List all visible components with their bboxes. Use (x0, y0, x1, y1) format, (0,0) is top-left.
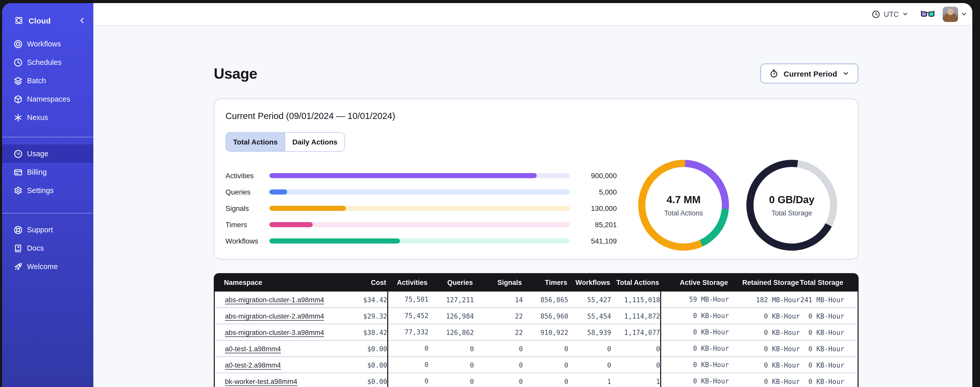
sidebar-brand-cloud[interactable]: Cloud (2, 9, 93, 32)
table-header-row: Namespace Cost Activities Queries Signal… (214, 273, 859, 291)
queries-cell: 0 (428, 377, 474, 385)
workflows-icon (13, 39, 23, 49)
cost-cell: $0.00 (322, 377, 387, 385)
sidebar-item-label: Usage (27, 150, 48, 158)
timers-cell: 856,960 (523, 312, 568, 320)
bar-queries (269, 189, 570, 195)
sidebar-item-label: Docs (27, 244, 44, 252)
cost-cell: $34.42 (322, 296, 387, 304)
retained-storage-cell: 0 KB-Hour (729, 377, 800, 385)
sidebar-item-label: Support (27, 225, 53, 234)
table-row: a0-test-2.a98mm4 $0.00 0 0 0 0 0 0 0 KB-… (214, 357, 859, 373)
bar-label-signals: Signals (226, 204, 269, 213)
sidebar-item-namespaces[interactable]: Namespaces (2, 90, 93, 108)
col-timers: Timers (522, 278, 567, 286)
total-actions-cell: 1,174,077 (611, 329, 660, 336)
glasses-toggle[interactable] (921, 10, 935, 18)
sidebar-item-label: Welcome (27, 262, 58, 270)
queries-cell: 127,211 (428, 296, 474, 304)
sidebar-item-welcome[interactable]: Welcome (2, 257, 93, 276)
main-content: Usage Current Period Current Period (09/… (93, 26, 972, 387)
sidebar-divider (2, 137, 93, 138)
bar-label-timers: Timers (226, 221, 269, 229)
current-period-card: Current Period (09/01/2024 — 10/01/2024)… (214, 99, 859, 259)
avatar (943, 6, 958, 22)
sidebar-item-nexus[interactable]: Nexus (2, 108, 93, 126)
chevron-down-icon (902, 11, 908, 18)
tab-total-actions[interactable]: Total Actions (226, 133, 285, 151)
billing-card-icon (13, 167, 23, 177)
sidebar-item-settings[interactable]: Settings (2, 181, 93, 200)
sidebar-item-billing[interactable]: Billing (2, 163, 93, 181)
bar-label-activities: Activities (226, 171, 269, 180)
namespace-link[interactable]: abs-migration-cluster-2.a98mm4 (225, 312, 324, 320)
app-window: Cloud Workflows Schedules (2, 3, 972, 387)
donut-label: Total Storage (772, 209, 812, 217)
total-actions-cell: 0 (611, 361, 660, 369)
namespace-link[interactable]: abs-migration-cluster-3.a98mm4 (225, 329, 324, 336)
col-activities: Activities (386, 278, 428, 286)
col-total-storage: Total Storage (799, 278, 859, 286)
signals-cell: 22 (474, 312, 523, 320)
batch-layers-icon (13, 76, 23, 86)
actions-tabs: Total Actions Daily Actions (226, 132, 345, 152)
activities-cell: 75,452 (387, 308, 428, 324)
period-selector-button[interactable]: Current Period (760, 63, 859, 84)
signals-cell: 0 (474, 377, 523, 385)
col-retained-storage: Retained Storage (728, 278, 799, 286)
sidebar-item-docs[interactable]: Docs (2, 239, 93, 257)
bar-activities (269, 173, 570, 178)
active-storage-cell: 0 KB-Hour (660, 308, 729, 324)
col-namespace: Namespace (214, 278, 321, 286)
table-row: abs-migration-cluster-3.a98mm4 $38.42 77… (214, 324, 859, 341)
sidebar-item-label: Schedules (27, 58, 62, 66)
sidebar-item-label: Billing (27, 168, 47, 176)
sidebar-item-support[interactable]: Support (2, 221, 93, 239)
stopwatch-icon (769, 69, 778, 78)
activities-cell: 77,332 (387, 324, 428, 341)
sidebar-collapse-icon[interactable] (78, 16, 86, 24)
timers-cell: 0 (523, 377, 568, 385)
signals-cell: 0 (474, 345, 523, 353)
workflows-cell: 1 (568, 377, 611, 385)
sidebar-item-schedules[interactable]: Schedules (2, 53, 93, 72)
sidebar-item-workflows[interactable]: Workflows (2, 35, 93, 53)
queries-cell: 126,984 (428, 312, 474, 320)
support-lifering-icon (13, 225, 23, 235)
total-storage-cell: 0 KB-Hour (800, 377, 860, 385)
timezone-selector[interactable]: UTC (871, 10, 908, 19)
sidebar-item-label: Batch (27, 77, 46, 85)
retained-storage-cell: 0 KB-Hour (729, 361, 800, 369)
total-actions-cell: 1,115,018 (611, 296, 660, 304)
schedules-icon (13, 58, 23, 67)
namespace-link[interactable]: abs-migration-cluster-1.a98mm4 (225, 296, 324, 304)
actions-bar-chart: Activities 900,000 Queries 5,000 Signals (226, 170, 617, 252)
sidebar-item-usage[interactable]: Usage (2, 144, 93, 163)
total-storage-donut: 0 GB/Day Total Storage (746, 160, 837, 251)
total-storage-cell: 0 KB-Hour (800, 329, 860, 336)
table-row: a0-test-1.a98mm4 $0.00 0 0 0 0 0 0 0 KB-… (214, 341, 859, 357)
namespace-link[interactable]: a0-test-1.a98mm4 (225, 345, 281, 353)
donut-label: Total Actions (664, 209, 703, 217)
active-storage-cell: 0 KB-Hour (660, 324, 729, 341)
user-menu[interactable] (943, 6, 967, 22)
bar-value-queries: 5,000 (570, 188, 617, 196)
activities-cell: 75,501 (387, 291, 428, 308)
docs-book-icon (13, 243, 23, 253)
table-row: abs-migration-cluster-2.a98mm4 $29.32 75… (214, 308, 859, 324)
period-button-label: Current Period (784, 69, 837, 78)
retained-storage-cell: 0 KB-Hour (729, 312, 800, 320)
namespace-link[interactable]: bk-worker-test.a98mm4 (225, 378, 298, 385)
retained-storage-cell: 0 KB-Hour (729, 345, 800, 353)
timers-cell: 856,865 (523, 296, 568, 304)
donut-value: 0 GB/Day (769, 194, 815, 205)
activities-cell: 0 (387, 357, 428, 373)
sidebar-item-label: Nexus (27, 114, 48, 122)
active-storage-cell: 0 KB-Hour (660, 357, 729, 373)
sidebar-item-batch[interactable]: Batch (2, 72, 93, 90)
tab-daily-actions[interactable]: Daily Actions (285, 133, 344, 151)
total-storage-cell: 241 MB-Hour (800, 296, 860, 304)
donut-value: 4.7 MM (667, 194, 700, 205)
namespace-link[interactable]: a0-test-2.a98mm4 (225, 361, 281, 369)
signals-cell: 0 (474, 361, 523, 369)
